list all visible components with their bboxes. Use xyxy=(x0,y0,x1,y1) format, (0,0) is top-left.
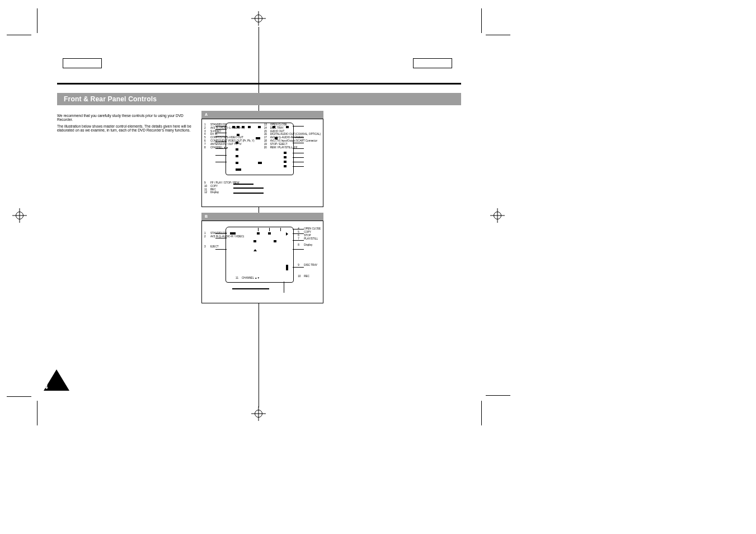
figure-a-label: A xyxy=(201,111,323,119)
intro-para-1: We recommend that you carefully study th… xyxy=(57,114,196,122)
callout: COPY xyxy=(210,185,218,188)
page-number-left: 4 xyxy=(38,380,54,393)
trim-box-top-right xyxy=(413,58,452,68)
callout: Display xyxy=(304,244,312,247)
callout: STOP / EJECT xyxy=(270,143,288,146)
callout: EJECT xyxy=(210,246,219,249)
callout: PLAY/STILL xyxy=(304,238,318,241)
header-rule xyxy=(57,83,461,85)
callout: ANTENNA IN / OUT TO TV xyxy=(210,143,242,146)
figure-a: 1STANDBY/ON 2AV3 IN (VIDEO–L–AUDIO–R) 3S… xyxy=(201,119,323,207)
figure-b: 1STANDBY/ON 2AV3 IN (L-AUDIO-R / VIDEO) … xyxy=(201,221,323,303)
figure-b-label: B xyxy=(201,213,323,221)
callout: COPY xyxy=(304,231,311,234)
callout: STOP xyxy=(304,235,311,237)
callout: Display xyxy=(210,191,219,194)
page-content: We recommend that you carefully study th… xyxy=(57,114,461,137)
page-header: Front & Rear Panel Controls xyxy=(57,93,461,105)
intro-para-2: The illustration below shows master cont… xyxy=(57,124,196,133)
trim-box-top-left xyxy=(63,58,102,68)
callout: REC xyxy=(304,275,309,278)
page-title: Front & Rear Panel Controls xyxy=(64,95,157,103)
callout: CHANNEL ▲▼ xyxy=(242,277,260,280)
callout: DISC TRAY xyxy=(304,264,317,267)
